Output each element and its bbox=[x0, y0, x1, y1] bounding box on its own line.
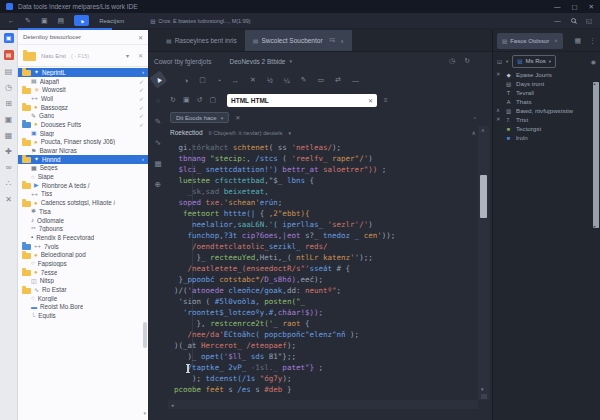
toolbar-minimize-button[interactable]: — bbox=[554, 17, 561, 24]
half-icon[interactable]: ½ bbox=[267, 77, 273, 84]
rect-icon[interactable]: ▭ bbox=[318, 76, 325, 84]
scroll-down-icon[interactable]: ▾ bbox=[481, 386, 484, 392]
refresh-icon[interactable]: ↻ bbox=[170, 96, 176, 104]
exchange-icon[interactable]: ⇄ bbox=[335, 76, 341, 84]
cut-icon[interactable]: ✕ bbox=[5, 195, 12, 204]
menu-button[interactable]: ⋮ bbox=[589, 37, 596, 45]
editor-vertical-scrollbar[interactable]: ∧ ▾ bbox=[478, 126, 489, 400]
code-line[interactable]: _sk,sad beixeteat, bbox=[174, 186, 474, 197]
apps-grid-icon[interactable]: ⊞ bbox=[5, 99, 12, 108]
code-line[interactable]: }, restcenrce2t('_ raot { bbox=[174, 318, 474, 329]
frame-icon[interactable]: ▢ bbox=[199, 76, 206, 84]
tab-collapse-icon[interactable]: ∧ bbox=[554, 38, 557, 43]
tree-item[interactable]: ▬Reoist Mo.Bore bbox=[18, 303, 148, 312]
fraction-icon[interactable]: ¼ bbox=[284, 77, 290, 84]
cursor-tool-icon[interactable]: ▲ bbox=[149, 70, 167, 88]
target-select[interactable]: ▤ Ms Ros ▾ bbox=[512, 55, 556, 68]
draw-icon[interactable]: ✎ bbox=[301, 76, 307, 84]
dash-icon[interactable]: — bbox=[352, 77, 359, 84]
tree-item[interactable]: ○Fapsiogps bbox=[18, 259, 148, 268]
tree-scrollbar-thumb[interactable] bbox=[143, 322, 147, 348]
editor-tab[interactable]: ▤ Rasoeylnes bent inris bbox=[158, 30, 245, 51]
frame2-icon[interactable]: ▢ bbox=[209, 96, 216, 104]
tree-item[interactable]: ++7vols bbox=[18, 242, 148, 251]
refresh-button[interactable]: ↻ bbox=[464, 57, 470, 65]
code-line[interactable]: neelalior,saaL6N.'( iperllas_ 'sezlr'/') bbox=[174, 219, 474, 230]
quarter-icon[interactable]: ◔ bbox=[217, 77, 221, 84]
search-input[interactable] bbox=[231, 97, 368, 104]
root-clear-button[interactable]: ✕ bbox=[138, 52, 143, 59]
clipboard-icon[interactable]: ▣ bbox=[5, 115, 13, 124]
code-line[interactable]: 'roontet$_lotceoºy.#,cháar!$)); bbox=[174, 307, 474, 318]
undo-icon[interactable]: ↺ bbox=[197, 96, 203, 104]
code-line[interactable]: soped txe.'schean'erún; bbox=[174, 197, 474, 208]
code-line[interactable]: luestee cfscttetbad,"$_ lbns { bbox=[174, 175, 474, 186]
tree-item[interactable]: ▣Slagr bbox=[18, 129, 148, 138]
tree-item[interactable]: ●Doouses Futts✓ bbox=[18, 120, 148, 129]
tree-item[interactable]: ▤Aiapañ✓ bbox=[18, 77, 148, 86]
code-line[interactable]: gi.tórkahct schtenet( ss 'netleas/); bbox=[174, 142, 474, 153]
panel-item[interactable]: ◆Epase Jouris bbox=[505, 70, 591, 79]
copy-icon[interactable]: ▣ bbox=[183, 96, 190, 104]
collapse-up-button[interactable]: ∧ bbox=[472, 129, 476, 136]
code-line[interactable]: )/('atooede cleoñce/goak,dd: neuntº"; bbox=[174, 285, 474, 296]
more-dots-icon[interactable]: ∴ bbox=[6, 179, 11, 188]
panel-scrollbar[interactable] bbox=[593, 82, 599, 228]
root-folder-select[interactable]: Nato Erst ( - F15) ▾ ✕ bbox=[18, 45, 148, 67]
library-icon[interactable]: ▤ bbox=[5, 67, 13, 76]
back-button[interactable]: ← bbox=[8, 17, 15, 24]
tree-item[interactable]: ✦Hnnnd› bbox=[18, 155, 148, 164]
panel-item[interactable]: TTevrall bbox=[505, 88, 591, 97]
lasso-tool-icon[interactable]: ◌ bbox=[152, 94, 165, 107]
tree-item[interactable]: ●Poucta, Finaer shosly J06) bbox=[18, 138, 148, 147]
app-logo-icon[interactable]: ▣ bbox=[4, 33, 14, 43]
tree-item[interactable]: ∿Ro Estar bbox=[18, 285, 148, 294]
tree-item[interactable]: ✦NeprintL› bbox=[18, 68, 148, 77]
panel-item[interactable]: ▤Days tront bbox=[505, 79, 591, 88]
code-line[interactable]: }_ recteeuYed,Heti,_( ntlLr katenz'');; bbox=[174, 252, 474, 263]
tree-item[interactable]: ●Cadencs sotstgsl, Hliaote / bbox=[18, 198, 148, 207]
tree-item[interactable]: ⚑Bawar Nicras bbox=[18, 146, 148, 155]
tree-item[interactable]: ○Korgile bbox=[18, 294, 148, 303]
tree-item[interactable]: ▪Rendix 8 Feecvtorad bbox=[18, 233, 148, 242]
search-clear-button[interactable]: ✕ bbox=[368, 97, 373, 104]
code-line[interactable]: tbnang "stecip:, /stcs ( 'reelfv_ raper"… bbox=[174, 153, 474, 164]
maximize-button[interactable]: ▢ bbox=[571, 0, 577, 13]
filter-button[interactable]: ⊡ bbox=[497, 58, 502, 65]
tab-collapse-icon[interactable]: ∧ bbox=[340, 38, 344, 44]
grid-tool-icon[interactable]: ▦ bbox=[152, 157, 165, 170]
team-icon[interactable]: ▦ bbox=[5, 131, 13, 140]
tree-scroll-down-icon[interactable]: ▾ bbox=[143, 410, 146, 416]
code-line[interactable]: pcoobe feét s /es s #deb } bbox=[174, 384, 474, 395]
tree-item[interactable]: ●7esse bbox=[18, 268, 148, 277]
tree-item[interactable]: ●Beloedional pod bbox=[18, 250, 148, 259]
swap-icon[interactable]: ↔ bbox=[232, 77, 239, 84]
code-line[interactable]: }_ppoobć cotstabc*/D_s8hó),eeć); bbox=[174, 274, 474, 285]
tree-item[interactable]: ✱Tisa bbox=[18, 207, 148, 216]
scrollbar-thumb[interactable] bbox=[480, 175, 487, 218]
hamburger-icon[interactable]: ≡ bbox=[384, 97, 388, 103]
grid-view-button[interactable]: ▦ bbox=[574, 37, 581, 45]
panel-item[interactable]: AThats bbox=[505, 97, 591, 106]
history-button[interactable]: ◷ bbox=[449, 57, 455, 65]
sync-app-icon[interactable]: ▤ bbox=[4, 50, 14, 60]
code-line[interactable]: /taptke_ 2vP_ -1sl._ patet"} ; bbox=[174, 362, 474, 373]
tree-item[interactable]: ✎Gano✓ bbox=[18, 111, 148, 120]
curve-tool-icon[interactable]: ∿ bbox=[152, 136, 165, 149]
tree-item[interactable]: ++Woll✓ bbox=[18, 94, 148, 103]
panel-item[interactable]: ■lroln bbox=[505, 133, 591, 142]
gutter-close-icon[interactable]: ✕ bbox=[496, 115, 501, 124]
tree-item[interactable]: ◫Nitsp bbox=[18, 277, 148, 286]
tree-item[interactable]: └Equtis bbox=[18, 311, 148, 320]
code-line[interactable]: feetoort httte(| { ,2"ebbt){ bbox=[174, 208, 474, 219]
editor-horizontal-scrollbar[interactable]: ◂ bbox=[168, 400, 478, 409]
search-icon[interactable] bbox=[571, 18, 576, 23]
tree-item[interactable]: ○Siape bbox=[18, 172, 148, 181]
minimize-button[interactable]: — bbox=[554, 0, 561, 13]
link-icon[interactable]: ∞ bbox=[6, 163, 12, 172]
copy-button[interactable]: ▣ bbox=[41, 17, 48, 25]
panel-item[interactable]: ▥Bawd, rtivfujpwststiw bbox=[505, 106, 591, 115]
file-panel-close-button[interactable]: ✕ bbox=[138, 34, 143, 41]
gutter-up-icon[interactable]: ∧ bbox=[496, 106, 500, 115]
code-line[interactable]: /neatletete_(enseedoctR/s"'sseát # { bbox=[174, 263, 474, 274]
